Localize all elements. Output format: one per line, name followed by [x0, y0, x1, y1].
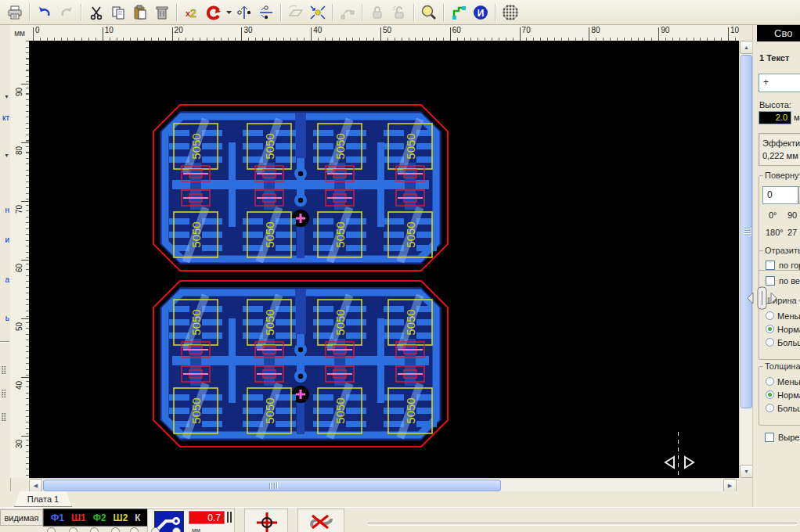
pcb-canvas[interactable]: 5050505050505050505050505050505050505050…: [29, 41, 739, 478]
svg-text:5050: 5050: [263, 221, 276, 247]
scroll-up-button[interactable]: ▲: [740, 41, 753, 54]
connection-test-button[interactable]: [448, 2, 470, 23]
ruler-label: 90: [661, 26, 669, 34]
unlock-button[interactable]: [388, 2, 410, 23]
svg-text:5050: 5050: [333, 221, 347, 247]
strip-divider: [0, 341, 9, 343]
node-edit-button[interactable]: [337, 2, 359, 23]
tool-strip-fragment[interactable]: и: [0, 235, 9, 244]
svg-text:5050: 5050: [404, 221, 417, 247]
node-edit-icon: [340, 5, 355, 20]
scroll-right-button[interactable]: ▶: [723, 479, 737, 492]
redo-button[interactable]: [56, 2, 77, 23]
rotate-angle-input[interactable]: 0: [762, 186, 798, 204]
vertical-scroll-thumb[interactable]: [741, 55, 752, 408]
mirror-horizontal-checkbox[interactable]: [766, 261, 775, 270]
ruler-label: 0: [35, 26, 40, 34]
width-radio-2[interactable]: [766, 338, 774, 347]
layer-button-Ф2[interactable]: Ф2: [93, 512, 106, 523]
tool-strip-fragment[interactable]: ▼: [0, 153, 9, 158]
tool-strip-fragment[interactable]: кт: [0, 113, 9, 122]
ruler-label: 50: [383, 26, 391, 34]
selection-label: 1 Текст: [759, 53, 789, 63]
copy-button[interactable]: [107, 2, 129, 23]
print-button[interactable]: [4, 2, 26, 23]
align-center-button[interactable]: [307, 2, 329, 23]
toolbar-separator: [413, 4, 415, 21]
tool-strip-fragment[interactable]: ▼: [0, 94, 9, 99]
lock-button[interactable]: [366, 2, 388, 23]
angle-button-1[interactable]: 90: [787, 210, 797, 220]
track-width-unit: мм: [192, 527, 200, 532]
layer-visibility-toggle[interactable]: [47, 527, 56, 532]
tab-board-1[interactable]: Плата 1: [14, 491, 72, 507]
mirror-vertical-button[interactable]: [255, 2, 277, 23]
vertical-ruler: 90807060504030: [10, 41, 30, 478]
angle-button-0[interactable]: 0°: [769, 210, 777, 220]
rotate-button[interactable]: [203, 2, 225, 23]
crosshair-icon[interactable]: [256, 512, 278, 532]
grip-dots-icon[interactable]: ⣿: [1, 390, 9, 397]
tool-strip-fragment[interactable]: а: [0, 275, 9, 284]
paste-button[interactable]: [129, 2, 151, 23]
svg-text:5050: 5050: [333, 309, 347, 335]
track-width-display[interactable]: 0.7: [189, 511, 225, 524]
info-icon: И: [472, 4, 489, 21]
svg-text:5050: 5050: [189, 133, 203, 159]
cut-button[interactable]: [85, 2, 107, 23]
rotate-dropdown[interactable]: [225, 2, 233, 23]
grip-dots-icon[interactable]: ⣿: [1, 366, 9, 374]
ruler-label: 70: [522, 26, 531, 34]
angle-button-2[interactable]: 180°: [766, 228, 784, 237]
metal-icon: [502, 4, 519, 21]
vertical-scrollbar[interactable]: ▲ ▼: [739, 41, 753, 478]
cutout-checkbox[interactable]: [765, 433, 774, 442]
mirror-horizontal-button[interactable]: [233, 2, 255, 23]
mirror-h-icon: [236, 5, 252, 20]
tool-strip-fragment[interactable]: ь: [0, 314, 9, 322]
magnifier-icon: [420, 4, 438, 21]
tilt-button[interactable]: [285, 2, 307, 23]
text-value-input[interactable]: +: [759, 74, 800, 92]
properties-panel-title: Сво: [757, 25, 800, 41]
layer-visibility-toggle[interactable]: [90, 527, 99, 532]
metallization-button[interactable]: [499, 2, 521, 23]
svg-text:5050: 5050: [189, 309, 203, 335]
layer-selector[interactable]: Ф1Ш1Ф2Ш2К: [43, 509, 153, 527]
tilt-icon: [287, 5, 305, 20]
undo-button[interactable]: [34, 2, 56, 23]
scroll-down-button[interactable]: ▼: [740, 465, 753, 478]
zoom-button[interactable]: [418, 2, 440, 23]
width-radio-0[interactable]: [766, 311, 774, 320]
width-radio-1[interactable]: [766, 325, 774, 333]
svg-text:5050: 5050: [404, 397, 417, 423]
no-rubberband-icon[interactable]: [308, 512, 336, 531]
layer-visibility-toggle[interactable]: [130, 527, 139, 532]
height-input[interactable]: 2.0: [759, 111, 791, 124]
scroll-left-button[interactable]: ◀: [29, 479, 42, 492]
layer-visibility-toggle[interactable]: [69, 527, 77, 532]
horizontal-scrollbar[interactable]: ◀ ▶: [29, 478, 737, 492]
layer-button-Ф1[interactable]: Ф1: [51, 512, 64, 523]
tool-strip-fragment[interactable]: н: [0, 206, 9, 214]
layer-button-Ш2[interactable]: Ш2: [114, 512, 128, 523]
angle-button-3[interactable]: 27: [787, 228, 797, 237]
toolbar-separator: [443, 4, 445, 21]
pcb-board-1[interactable]: 50505050505050505050505050505050: [152, 103, 449, 272]
layer-visibility-toggle[interactable]: [111, 527, 120, 532]
thickness-radio-2[interactable]: [766, 404, 774, 412]
thickness-radio-0[interactable]: [766, 377, 774, 386]
duplicate-button[interactable]: x2: [181, 2, 203, 23]
delete-button[interactable]: [151, 2, 173, 23]
layer-button-Ш1[interactable]: Ш1: [71, 512, 86, 523]
pcb-board-2[interactable]: 50505050505050505050505050505050: [152, 279, 449, 448]
info-button[interactable]: И: [470, 2, 492, 23]
lock-icon: [369, 5, 385, 20]
layer-visibility-toggle[interactable]: [172, 527, 181, 532]
horizontal-scroll-thumb[interactable]: [43, 480, 501, 491]
grip-dots-icon[interactable]: ⣿: [1, 413, 9, 421]
track-width-spinner[interactable]: [227, 512, 232, 523]
thickness-radio-1[interactable]: [766, 390, 774, 399]
layer-visibility-toggle[interactable]: [151, 527, 160, 532]
layer-button-К[interactable]: К: [135, 512, 140, 523]
